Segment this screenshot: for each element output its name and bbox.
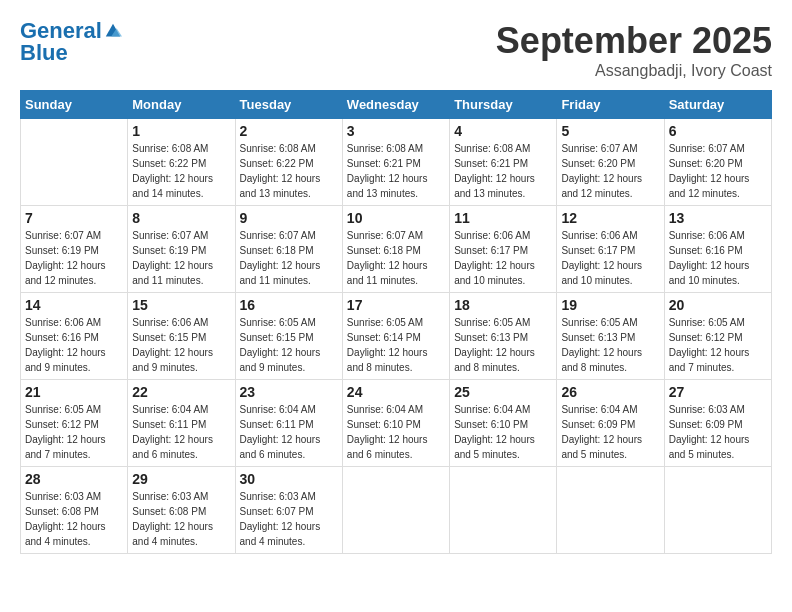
month-title: September 2025 <box>496 20 772 62</box>
header-day: Thursday <box>450 91 557 119</box>
header-day: Saturday <box>664 91 771 119</box>
calendar-cell: 10Sunrise: 6:07 AM Sunset: 6:18 PM Dayli… <box>342 206 449 293</box>
day-info: Sunrise: 6:04 AM Sunset: 6:11 PM Dayligh… <box>132 402 230 462</box>
day-info: Sunrise: 6:07 AM Sunset: 6:19 PM Dayligh… <box>132 228 230 288</box>
calendar-cell: 21Sunrise: 6:05 AM Sunset: 6:12 PM Dayli… <box>21 380 128 467</box>
calendar-cell <box>342 467 449 554</box>
day-info: Sunrise: 6:06 AM Sunset: 6:15 PM Dayligh… <box>132 315 230 375</box>
day-info: Sunrise: 6:08 AM Sunset: 6:22 PM Dayligh… <box>132 141 230 201</box>
calendar-cell: 16Sunrise: 6:05 AM Sunset: 6:15 PM Dayli… <box>235 293 342 380</box>
day-number: 30 <box>240 471 338 487</box>
day-info: Sunrise: 6:06 AM Sunset: 6:17 PM Dayligh… <box>454 228 552 288</box>
day-info: Sunrise: 6:04 AM Sunset: 6:10 PM Dayligh… <box>347 402 445 462</box>
day-info: Sunrise: 6:04 AM Sunset: 6:11 PM Dayligh… <box>240 402 338 462</box>
logo-line1: General <box>20 20 102 42</box>
calendar-cell <box>21 119 128 206</box>
calendar-cell: 24Sunrise: 6:04 AM Sunset: 6:10 PM Dayli… <box>342 380 449 467</box>
day-number: 9 <box>240 210 338 226</box>
day-number: 12 <box>561 210 659 226</box>
day-number: 2 <box>240 123 338 139</box>
day-number: 5 <box>561 123 659 139</box>
day-number: 4 <box>454 123 552 139</box>
day-info: Sunrise: 6:06 AM Sunset: 6:16 PM Dayligh… <box>669 228 767 288</box>
page-header: General Blue September 2025 Assangbadji,… <box>20 20 772 80</box>
calendar-cell: 25Sunrise: 6:04 AM Sunset: 6:10 PM Dayli… <box>450 380 557 467</box>
calendar-cell: 26Sunrise: 6:04 AM Sunset: 6:09 PM Dayli… <box>557 380 664 467</box>
day-info: Sunrise: 6:07 AM Sunset: 6:18 PM Dayligh… <box>240 228 338 288</box>
day-number: 22 <box>132 384 230 400</box>
calendar-header: SundayMondayTuesdayWednesdayThursdayFrid… <box>21 91 772 119</box>
calendar-cell: 6Sunrise: 6:07 AM Sunset: 6:20 PM Daylig… <box>664 119 771 206</box>
calendar-row: 7Sunrise: 6:07 AM Sunset: 6:19 PM Daylig… <box>21 206 772 293</box>
calendar-cell: 1Sunrise: 6:08 AM Sunset: 6:22 PM Daylig… <box>128 119 235 206</box>
day-number: 25 <box>454 384 552 400</box>
day-info: Sunrise: 6:03 AM Sunset: 6:08 PM Dayligh… <box>132 489 230 549</box>
logo-icon <box>104 22 122 40</box>
calendar-cell: 29Sunrise: 6:03 AM Sunset: 6:08 PM Dayli… <box>128 467 235 554</box>
logo-line2: Blue <box>20 42 122 64</box>
calendar-cell <box>450 467 557 554</box>
calendar-row: 21Sunrise: 6:05 AM Sunset: 6:12 PM Dayli… <box>21 380 772 467</box>
calendar-cell: 7Sunrise: 6:07 AM Sunset: 6:19 PM Daylig… <box>21 206 128 293</box>
calendar-cell: 19Sunrise: 6:05 AM Sunset: 6:13 PM Dayli… <box>557 293 664 380</box>
day-number: 23 <box>240 384 338 400</box>
title-block: September 2025 Assangbadji, Ivory Coast <box>496 20 772 80</box>
calendar-cell: 28Sunrise: 6:03 AM Sunset: 6:08 PM Dayli… <box>21 467 128 554</box>
day-number: 6 <box>669 123 767 139</box>
day-number: 24 <box>347 384 445 400</box>
calendar-cell: 22Sunrise: 6:04 AM Sunset: 6:11 PM Dayli… <box>128 380 235 467</box>
header-day: Wednesday <box>342 91 449 119</box>
calendar-row: 28Sunrise: 6:03 AM Sunset: 6:08 PM Dayli… <box>21 467 772 554</box>
calendar-cell: 5Sunrise: 6:07 AM Sunset: 6:20 PM Daylig… <box>557 119 664 206</box>
calendar-cell: 17Sunrise: 6:05 AM Sunset: 6:14 PM Dayli… <box>342 293 449 380</box>
header-day: Sunday <box>21 91 128 119</box>
calendar-cell: 3Sunrise: 6:08 AM Sunset: 6:21 PM Daylig… <box>342 119 449 206</box>
day-number: 8 <box>132 210 230 226</box>
calendar-cell: 12Sunrise: 6:06 AM Sunset: 6:17 PM Dayli… <box>557 206 664 293</box>
calendar-cell: 20Sunrise: 6:05 AM Sunset: 6:12 PM Dayli… <box>664 293 771 380</box>
day-info: Sunrise: 6:05 AM Sunset: 6:12 PM Dayligh… <box>669 315 767 375</box>
day-info: Sunrise: 6:03 AM Sunset: 6:09 PM Dayligh… <box>669 402 767 462</box>
calendar-row: 1Sunrise: 6:08 AM Sunset: 6:22 PM Daylig… <box>21 119 772 206</box>
calendar-cell <box>557 467 664 554</box>
day-info: Sunrise: 6:07 AM Sunset: 6:19 PM Dayligh… <box>25 228 123 288</box>
day-number: 26 <box>561 384 659 400</box>
day-info: Sunrise: 6:03 AM Sunset: 6:08 PM Dayligh… <box>25 489 123 549</box>
calendar-body: 1Sunrise: 6:08 AM Sunset: 6:22 PM Daylig… <box>21 119 772 554</box>
calendar-row: 14Sunrise: 6:06 AM Sunset: 6:16 PM Dayli… <box>21 293 772 380</box>
header-row: SundayMondayTuesdayWednesdayThursdayFrid… <box>21 91 772 119</box>
logo: General Blue <box>20 20 122 64</box>
calendar-cell: 15Sunrise: 6:06 AM Sunset: 6:15 PM Dayli… <box>128 293 235 380</box>
day-info: Sunrise: 6:04 AM Sunset: 6:10 PM Dayligh… <box>454 402 552 462</box>
calendar-cell: 4Sunrise: 6:08 AM Sunset: 6:21 PM Daylig… <box>450 119 557 206</box>
day-info: Sunrise: 6:05 AM Sunset: 6:12 PM Dayligh… <box>25 402 123 462</box>
day-info: Sunrise: 6:05 AM Sunset: 6:14 PM Dayligh… <box>347 315 445 375</box>
day-info: Sunrise: 6:08 AM Sunset: 6:21 PM Dayligh… <box>347 141 445 201</box>
calendar-cell: 14Sunrise: 6:06 AM Sunset: 6:16 PM Dayli… <box>21 293 128 380</box>
day-info: Sunrise: 6:07 AM Sunset: 6:20 PM Dayligh… <box>669 141 767 201</box>
day-number: 21 <box>25 384 123 400</box>
calendar-cell: 13Sunrise: 6:06 AM Sunset: 6:16 PM Dayli… <box>664 206 771 293</box>
day-number: 20 <box>669 297 767 313</box>
day-number: 28 <box>25 471 123 487</box>
day-info: Sunrise: 6:07 AM Sunset: 6:20 PM Dayligh… <box>561 141 659 201</box>
day-info: Sunrise: 6:04 AM Sunset: 6:09 PM Dayligh… <box>561 402 659 462</box>
day-number: 13 <box>669 210 767 226</box>
calendar-cell: 18Sunrise: 6:05 AM Sunset: 6:13 PM Dayli… <box>450 293 557 380</box>
calendar-cell: 2Sunrise: 6:08 AM Sunset: 6:22 PM Daylig… <box>235 119 342 206</box>
calendar-cell: 9Sunrise: 6:07 AM Sunset: 6:18 PM Daylig… <box>235 206 342 293</box>
calendar-cell <box>664 467 771 554</box>
day-number: 14 <box>25 297 123 313</box>
day-info: Sunrise: 6:08 AM Sunset: 6:22 PM Dayligh… <box>240 141 338 201</box>
day-info: Sunrise: 6:06 AM Sunset: 6:16 PM Dayligh… <box>25 315 123 375</box>
day-info: Sunrise: 6:03 AM Sunset: 6:07 PM Dayligh… <box>240 489 338 549</box>
day-info: Sunrise: 6:07 AM Sunset: 6:18 PM Dayligh… <box>347 228 445 288</box>
location: Assangbadji, Ivory Coast <box>496 62 772 80</box>
day-info: Sunrise: 6:05 AM Sunset: 6:13 PM Dayligh… <box>454 315 552 375</box>
header-day: Friday <box>557 91 664 119</box>
day-info: Sunrise: 6:08 AM Sunset: 6:21 PM Dayligh… <box>454 141 552 201</box>
calendar-table: SundayMondayTuesdayWednesdayThursdayFrid… <box>20 90 772 554</box>
day-number: 11 <box>454 210 552 226</box>
day-info: Sunrise: 6:06 AM Sunset: 6:17 PM Dayligh… <box>561 228 659 288</box>
day-number: 16 <box>240 297 338 313</box>
